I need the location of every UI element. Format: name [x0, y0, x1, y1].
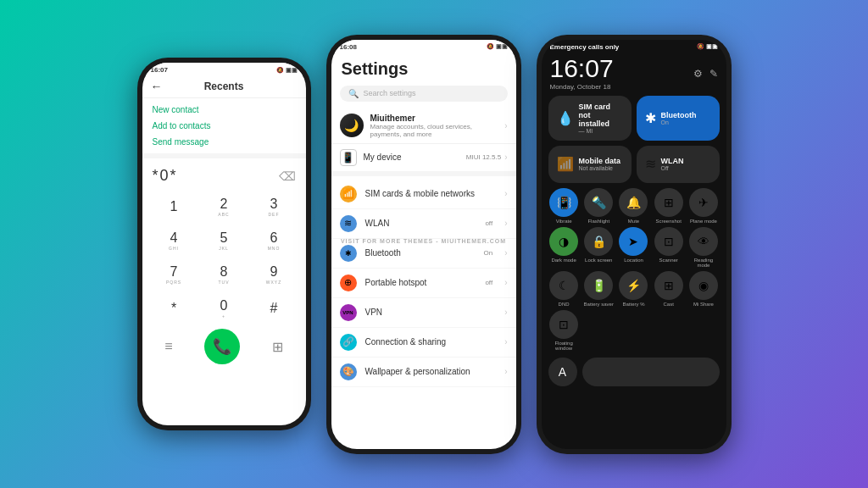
- dnd-btn[interactable]: ☾ DND: [548, 271, 580, 307]
- cast-btn[interactable]: ⊞ Cast: [653, 271, 684, 307]
- location-btn[interactable]: ➤ Location: [618, 227, 649, 268]
- lockscreen-btn[interactable]: 🔒 Lock screen: [583, 227, 615, 268]
- wlan-value: off: [485, 219, 492, 227]
- wallpaper-item[interactable]: 🎨 Wallpaper & personalization ›: [331, 358, 516, 387]
- bt-icon-3: 🔕: [697, 43, 704, 50]
- settings-list: 📶 SIM cards & mobile networks › ≋ WLAN o…: [331, 176, 516, 391]
- connection-icon: 🔗: [340, 334, 357, 351]
- cc-tiles-grid: 💧 SIM card not installed — MI ✱ Bluetoot…: [542, 96, 726, 188]
- wlan-item[interactable]: ≋ WLAN off ›: [331, 209, 516, 239]
- sim-tile-sub: — MI: [579, 128, 623, 134]
- plane-icon: ✈: [689, 188, 718, 217]
- connection-sharing-item[interactable]: 🔗 Connection & sharing ›: [331, 328, 516, 358]
- edit-icon-cc[interactable]: ✎: [709, 68, 718, 80]
- dial-5[interactable]: 5JKL: [199, 224, 249, 258]
- battery-pct-btn[interactable]: ⚡ Battery %: [618, 271, 649, 307]
- cc-date: Monday, October 18: [550, 83, 614, 91]
- cc-time: 16:07: [550, 54, 614, 83]
- bluetooth-icon: ✱: [340, 245, 357, 262]
- account-row[interactable]: 🌙 Miuithemer Manage accounts, cloud serv…: [331, 108, 516, 144]
- device-row[interactable]: 📱 My device MIUI 12.5.5 ›: [331, 144, 516, 176]
- screenshot-btn[interactable]: ⊞ Screenshot: [653, 188, 684, 224]
- wallpaper-icon: 🎨: [340, 363, 357, 380]
- scanner-btn[interactable]: ⊡ Scanner: [653, 227, 684, 268]
- bluetooth-tile[interactable]: ✱ Bluetooth On: [637, 96, 720, 141]
- back-arrow-icon[interactable]: ←: [151, 80, 163, 93]
- reading-btn[interactable]: 👁 Reading mode: [687, 227, 719, 268]
- dial-1[interactable]: 1: [149, 190, 199, 224]
- dialer-bottom: ≡ 📞 ⊞: [142, 325, 306, 368]
- bluetooth-tile-label: Bluetooth: [661, 111, 711, 119]
- wlan-tile-sub: Off: [661, 165, 711, 171]
- wlan-tile-label: WLAN: [661, 157, 711, 165]
- phone-settings: 16:08 🔕 ▣▣ Settings 🔍 Search settings 🌙 …: [326, 35, 521, 454]
- dial-8[interactable]: 8TUV: [199, 258, 249, 291]
- dial-star[interactable]: *: [149, 291, 199, 325]
- mute-icon: 🔔: [619, 188, 648, 217]
- backspace-icon[interactable]: ⌫: [279, 169, 296, 183]
- mobile-data-tile[interactable]: 📶 Mobile data Not available: [548, 146, 632, 183]
- dial-4[interactable]: 4GHI: [149, 224, 199, 258]
- new-contact-link[interactable]: New contact: [153, 105, 296, 114]
- device-icon: 📱: [340, 149, 357, 166]
- bluetooth-tile-icon: ✱: [645, 110, 656, 126]
- dial-hash[interactable]: #: [249, 291, 299, 325]
- cc-edit-icons: ⚙ ✎: [693, 68, 718, 80]
- darkmode-label: Dark mode: [551, 258, 576, 263]
- dial-number: *0*: [153, 167, 178, 185]
- hotspot-icon: ⊕: [340, 274, 357, 291]
- sim-networks-item[interactable]: 📶 SIM cards & mobile networks ›: [331, 180, 516, 209]
- dnd-label: DND: [559, 302, 570, 307]
- mishare-btn[interactable]: ◉ Mi Share: [687, 271, 719, 307]
- flashlight-btn[interactable]: 🔦 Flashlight: [583, 188, 615, 224]
- dial-6[interactable]: 6MNO: [249, 224, 299, 258]
- bt-icon-2: 🔕: [487, 43, 494, 50]
- status-icons-1: 🔕 ▣▣: [276, 67, 298, 74]
- screenshot-icon: ⊞: [654, 188, 683, 217]
- reading-icon: 👁: [689, 227, 718, 256]
- sim-icon: 📶: [340, 186, 357, 202]
- hotspot-item[interactable]: ⊕ Portable hotspot off ›: [331, 269, 516, 298]
- floating-icon: ⊡: [549, 310, 578, 339]
- status-time-1: 16:07: [151, 66, 168, 74]
- floating-btn[interactable]: ⊡ Floating window: [548, 310, 580, 351]
- sim-tile-info: SIM card not installed — MI: [579, 103, 623, 134]
- plane-btn[interactable]: ✈ Plane mode: [687, 188, 719, 224]
- account-arrow-icon: ›: [504, 121, 507, 130]
- dial-2[interactable]: 2ABC: [199, 190, 249, 224]
- cc-search-bubble[interactable]: A: [548, 358, 577, 386]
- battery-icon: ▣▣: [286, 67, 298, 74]
- dial-display: *0* ⌫: [142, 158, 306, 190]
- add-contacts-link[interactable]: Add to contacts: [153, 121, 296, 130]
- cc-text-pill[interactable]: [582, 358, 720, 386]
- contact-links: New contact Add to contacts Send message: [142, 98, 306, 158]
- dial-0[interactable]: 0+: [199, 291, 249, 325]
- batt-icon-3: ▣▣: [706, 43, 718, 50]
- quick-icons-grid: 📳 Vibrate 🔦 Flashlight 🔔 Mute ⊞ Screensh…: [542, 188, 726, 354]
- keypad-icon[interactable]: ⊞: [272, 339, 283, 355]
- battery-saver-btn[interactable]: 🔋 Battery saver: [583, 271, 615, 307]
- vpn-arrow: ›: [504, 308, 507, 317]
- menu-icon[interactable]: ≡: [164, 339, 172, 354]
- wlan-tile-icon: ≋: [645, 156, 656, 172]
- settings-icon-cc[interactable]: ⚙: [693, 68, 703, 80]
- send-message-link[interactable]: Send message: [153, 137, 296, 147]
- emergency-text: Emergency calls only: [550, 43, 620, 51]
- dial-7[interactable]: 7PQRS: [149, 258, 199, 291]
- device-arrow-icon: ›: [504, 152, 507, 162]
- vpn-item[interactable]: VPN VPN ›: [331, 298, 516, 328]
- mute-btn[interactable]: 🔔 Mute: [618, 188, 649, 224]
- settings-search-bar[interactable]: 🔍 Search settings: [340, 86, 508, 102]
- darkmode-btn[interactable]: ◑ Dark mode: [548, 227, 580, 268]
- bluetooth-item[interactable]: ✱ Bluetooth On ›: [331, 239, 516, 269]
- floating-label: Floating window: [548, 341, 580, 351]
- call-button[interactable]: 📞: [204, 329, 240, 364]
- mishare-label: Mi Share: [693, 302, 714, 307]
- dial-9[interactable]: 9WXYZ: [249, 258, 299, 291]
- connection-label: Connection & sharing: [365, 337, 493, 347]
- phone-control-center: Emergency calls only 🔕 ▣▣ 16:07 Monday, …: [537, 35, 732, 454]
- sim-tile[interactable]: 💧 SIM card not installed — MI: [548, 96, 632, 141]
- dial-3[interactable]: 3DEF: [249, 190, 299, 224]
- vibrate-btn[interactable]: 📳 Vibrate: [548, 188, 580, 224]
- wlan-tile[interactable]: ≋ WLAN Off: [637, 146, 720, 183]
